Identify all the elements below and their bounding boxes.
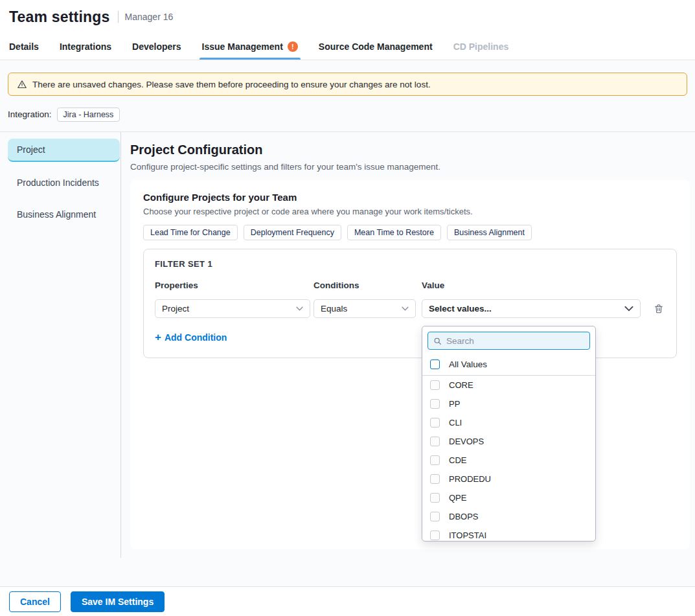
title-separator <box>118 11 119 23</box>
add-condition-button[interactable]: + Add Condition <box>155 332 227 343</box>
value-select-placeholder: Select values... <box>429 304 492 314</box>
cancel-button[interactable]: Cancel <box>9 591 61 612</box>
content-split: Project Production Incidents Business Al… <box>0 131 695 558</box>
sidebar-item-production-incidents[interactable]: Production Incidents <box>8 172 120 194</box>
all-values-label: All Values <box>449 359 487 369</box>
column-header-value: Value <box>422 280 641 290</box>
option-itopstai[interactable]: ITOPSTAI <box>422 526 595 542</box>
chip-mean-time-to-restore[interactable]: Mean Time to Restore <box>347 225 441 240</box>
search-icon <box>433 337 442 345</box>
value-dropdown-panel: All Values CORE PP <box>422 326 596 542</box>
value-column: Select values... <box>422 299 641 318</box>
condition-select[interactable]: Equals <box>313 299 416 318</box>
unsaved-changes-banner: There are unsaved changes. Please save t… <box>8 73 687 96</box>
search-input[interactable] <box>446 336 584 346</box>
option-label: QPE <box>449 493 466 503</box>
banner-text: There are unsaved changes. Please save t… <box>32 80 431 89</box>
chip-lead-time-for-change[interactable]: Lead Time for Change <box>143 225 238 240</box>
configure-projects-card: Configure Projects for your Team Choose … <box>130 180 690 549</box>
unsaved-changes-badge-icon: ! <box>288 41 298 52</box>
option-core[interactable]: CORE <box>422 376 595 394</box>
chevron-down-icon <box>402 306 409 311</box>
integration-row: Integration: Jira - Harness <box>8 106 687 123</box>
condition-select-value: Equals <box>321 304 347 314</box>
option-label: PRODEDU <box>449 474 491 484</box>
option-label: CLI <box>449 418 462 428</box>
save-im-settings-button[interactable]: Save IM Settings <box>71 591 165 612</box>
option-cde[interactable]: CDE <box>422 451 595 470</box>
option-dbops[interactable]: DBOPS <box>422 507 595 526</box>
filter-condition-row: Project Equals <box>155 299 665 318</box>
dropdown-search <box>427 332 590 350</box>
filter-set-card: FILTER SET 1 Properties Conditions Value… <box>143 249 677 358</box>
chevron-down-icon <box>624 306 633 312</box>
option-checkbox[interactable] <box>430 493 440 503</box>
card-title: Configure Projects for your Team <box>143 192 677 203</box>
option-qpe[interactable]: QPE <box>422 488 595 507</box>
option-cli[interactable]: CLI <box>422 413 595 432</box>
sidebar-item-production-incidents-label: Production Incidents <box>17 177 99 188</box>
tab-details-label: Details <box>9 41 39 52</box>
option-checkbox[interactable] <box>430 380 440 390</box>
tab-bar: Details Integrations Developers Issue Ma… <box>0 34 695 60</box>
option-checkbox[interactable] <box>430 418 440 428</box>
sidebar: Project Production Incidents Business Al… <box>0 132 121 558</box>
option-checkbox[interactable] <box>430 512 440 521</box>
tab-source-code-management[interactable]: Source Code Management <box>319 34 433 60</box>
tab-developers-label: Developers <box>132 41 181 52</box>
integration-chip[interactable]: Jira - Harness <box>57 108 120 122</box>
sidebar-item-project-label: Project <box>17 144 45 155</box>
content-area: There are unsaved changes. Please save t… <box>0 60 695 586</box>
integration-label: Integration: <box>8 109 52 119</box>
tab-details[interactable]: Details <box>9 34 39 60</box>
option-label: DBOPS <box>449 512 479 521</box>
tab-cd-pipelines-label: CD Pipelines <box>453 41 509 52</box>
column-header-conditions: Conditions <box>313 280 416 290</box>
sidebar-item-business-alignment-label: Business Alignment <box>17 209 96 220</box>
filter-set-title: FILTER SET 1 <box>155 259 665 269</box>
main-panel: Project Configuration Configure project-… <box>121 132 695 558</box>
option-checkbox[interactable] <box>430 399 440 409</box>
tab-cd-pipelines: CD Pipelines <box>453 34 509 60</box>
option-label: CORE <box>449 380 473 390</box>
option-label: ITOPSTAI <box>449 530 486 540</box>
all-values-checkbox[interactable] <box>430 359 440 369</box>
filter-column-headers: Properties Conditions Value <box>155 280 665 290</box>
metric-chips: Lead Time for Change Deployment Frequenc… <box>143 225 677 240</box>
page-title: Team settings <box>9 8 110 26</box>
option-prodedu[interactable]: PRODEDU <box>422 470 595 488</box>
tab-developers[interactable]: Developers <box>132 34 181 60</box>
option-checkbox[interactable] <box>430 474 440 484</box>
option-label: PP <box>449 399 460 409</box>
team-settings-page: Team settings Manager 16 Details Integra… <box>0 0 695 616</box>
delete-condition-button[interactable] <box>652 302 665 315</box>
warning-triangle-icon <box>17 80 27 89</box>
add-condition-label: Add Condition <box>165 332 227 343</box>
option-label: DEVOPS <box>449 437 484 446</box>
option-pp[interactable]: PP <box>422 394 595 413</box>
chip-business-alignment[interactable]: Business Alignment <box>447 225 532 240</box>
property-select[interactable]: Project <box>155 299 310 318</box>
section-title: Project Configuration <box>130 143 690 157</box>
chip-deployment-frequency[interactable]: Deployment Frequency <box>244 225 341 240</box>
option-checkbox[interactable] <box>430 437 440 446</box>
option-label: CDE <box>449 455 466 465</box>
sidebar-item-business-alignment[interactable]: Business Alignment <box>8 203 120 225</box>
section-subtitle: Configure project-specific settings and … <box>130 162 690 172</box>
option-checkbox[interactable] <box>430 530 440 540</box>
option-checkbox[interactable] <box>430 455 440 465</box>
page-header: Team settings Manager 16 <box>0 0 695 34</box>
chevron-down-icon <box>296 306 303 311</box>
plus-icon: + <box>155 332 161 343</box>
tab-issue-management[interactable]: Issue Management ! <box>202 34 298 60</box>
card-subtitle: Choose your respective project or code a… <box>143 207 677 216</box>
value-select[interactable]: Select values... <box>422 299 641 318</box>
tab-source-code-management-label: Source Code Management <box>319 41 433 52</box>
tab-integrations-label: Integrations <box>60 41 111 52</box>
sidebar-item-project[interactable]: Project <box>8 139 120 162</box>
property-select-value: Project <box>162 304 189 314</box>
tab-integrations[interactable]: Integrations <box>60 34 111 60</box>
tab-issue-management-label: Issue Management <box>202 41 283 52</box>
option-devops[interactable]: DEVOPS <box>422 432 595 451</box>
all-values-option[interactable]: All Values <box>422 355 595 376</box>
